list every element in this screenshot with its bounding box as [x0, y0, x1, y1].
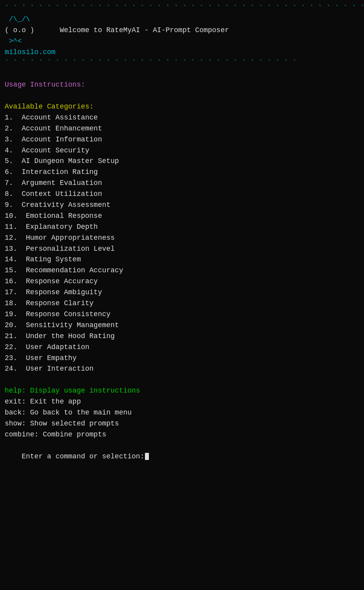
terminal: ` ` ` ` ` ` ` ` ` ` ` ` ` ` ` ` ` ` ` ` … [5, 3, 359, 590]
category-item: 21. Under the Hood Rating [5, 331, 359, 342]
category-item: 4. Account Security [5, 145, 359, 156]
category-item: 22. User Adaptation [5, 342, 359, 353]
ascii-line-3: >^< [5, 36, 359, 47]
website-link: milosilo.com [5, 47, 359, 58]
category-item: 19. Response Consistency [5, 309, 359, 320]
usage-instructions-label: Usage Instructions: [5, 80, 359, 90]
category-item: 20. Sensitivity Management [5, 320, 359, 331]
category-item: 12. Humor Appropriateness [5, 233, 359, 244]
category-item: 1. Account Assistance [5, 112, 359, 123]
cursor [145, 453, 149, 460]
input-prompt-text: Enter a command or selection: [22, 452, 144, 460]
command-keyword: show: Show selected prompts [5, 420, 119, 427]
command-keyword: combine: Combine prompts [5, 431, 106, 438]
commands-section: help: Display usage instructionsexit: Ex… [5, 385, 359, 440]
category-item: 8. Context Utilization [5, 189, 359, 200]
category-item: 10. Emotional Response [5, 211, 359, 222]
category-item: 9. Creativity Assessment [5, 200, 359, 211]
category-item: 7. Argument Evaluation [5, 178, 359, 189]
command-keyword: back: Go back to the main menu [5, 409, 132, 416]
command-keyword: help: Display usage instructions [5, 387, 140, 395]
categories-list: 1. Account Assistance2. Account Enhancem… [5, 112, 359, 375]
command-line: show: Show selected prompts [5, 418, 359, 429]
category-item: 23. User Empathy [5, 353, 359, 364]
category-item: 3. Account Information [5, 134, 359, 145]
category-item: 18. Response Clarity [5, 298, 359, 309]
border-top: ` ` ` ` ` ` ` ` ` ` ` ` ` ` ` ` ` ` ` ` … [5, 3, 359, 14]
command-line: combine: Combine prompts [5, 429, 359, 440]
category-item: 14. Rating System [5, 254, 359, 265]
category-item: 24. User Interaction [5, 364, 359, 375]
category-item: 16. Response Accuracy [5, 276, 359, 287]
command-line: exit: Exit the app [5, 396, 359, 407]
category-item: 5. AI Dungeon Master Setup [5, 156, 359, 167]
category-item: 13. Personalization Level [5, 244, 359, 255]
available-categories-label: Available Categories: [5, 101, 359, 112]
ascii-line-2: ( o.o ) Welcome to RateMyAI - AI-Prompt … [5, 25, 359, 36]
category-item: 6. Interaction Rating [5, 167, 359, 178]
command-keyword: exit: Exit the app [5, 398, 81, 405]
border-bottom: ` ` ` ` ` ` ` ` ` ` ` ` ` ` ` ` ` ` ` ` … [5, 58, 359, 69]
input-prompt-line: Enter a command or selection: [5, 440, 359, 473]
category-item: 2. Account Enhancement [5, 123, 359, 134]
category-item: 17. Response Ambiguity [5, 287, 359, 298]
ascii-line-1: /\_/\ [5, 14, 359, 25]
category-item: 11. Explanatory Depth [5, 222, 359, 233]
command-line: back: Go back to the main menu [5, 407, 359, 418]
category-item: 15. Recommendation Accuracy [5, 265, 359, 276]
command-line: help: Display usage instructions [5, 385, 359, 396]
